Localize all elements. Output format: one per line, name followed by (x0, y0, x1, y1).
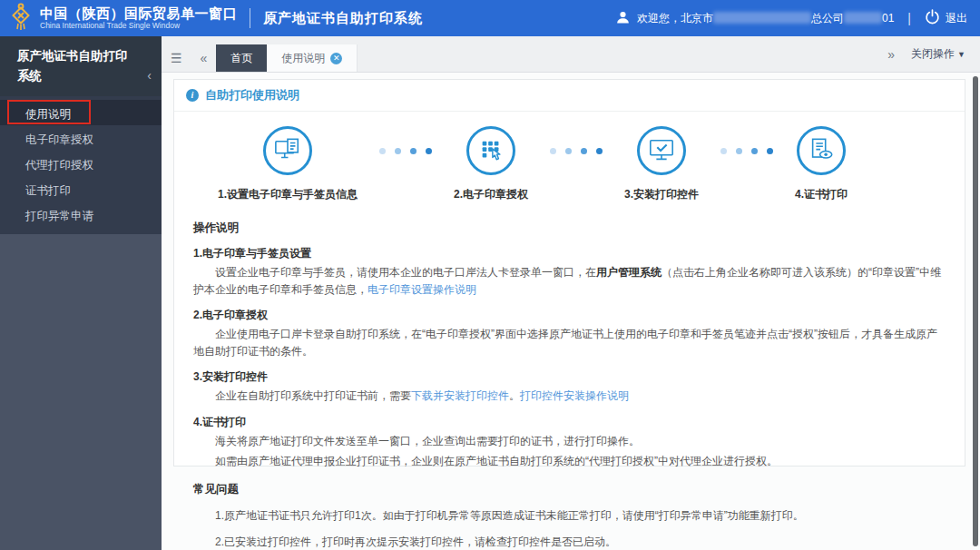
site-logo-text: 中国（陕西）国际贸易单一窗口 China International Trade… (40, 6, 237, 30)
tab-label: 使用说明 (281, 51, 325, 66)
chevron-down-icon: ▼ (957, 50, 965, 59)
sidebar-item-label: 代理打印授权 (25, 159, 93, 172)
step-1: 1.设置电子印章与手签员信息 (218, 126, 358, 202)
panel-header: i 自助打印使用说明 (174, 80, 965, 112)
sidebar-collapse-icon[interactable]: ‹ (147, 65, 152, 85)
monitor-document-icon (263, 126, 312, 175)
monitor-check-icon (637, 126, 686, 175)
step-3: 3.安装打印控件 (624, 126, 699, 202)
step-4: 4.证书打印 (795, 126, 848, 202)
faq-item-1: 1.原产地证书证书只允许打印1次。如由于打印机异常等原因造成证书未能正常打印，请… (193, 507, 945, 524)
tab-1[interactable]: 首页 (216, 44, 267, 72)
dot (736, 148, 742, 154)
sidebar-item-4[interactable]: 证书打印 (0, 176, 162, 201)
dot (720, 148, 727, 154)
dot (565, 148, 572, 154)
sidebar-item-label: 证书打印 (25, 184, 71, 197)
step-label: 2.电子印章授权 (454, 187, 528, 202)
faq-item-2: 2.已安装过打印控件，打印时再次提示安装打印控件，请检查打印控件是否已启动。 (193, 534, 945, 550)
dot (550, 148, 556, 154)
faq-title: 常见问题 (193, 482, 945, 497)
bold-text: 用户管理系统 (596, 266, 662, 279)
sidebar: 原产地证书自助打印系统 ‹ 使用说明电子印章授权代理打印授权证书打印打印异常申请 (0, 36, 162, 550)
step-label: 3.安装打印控件 (624, 187, 699, 202)
redacted-company-name (713, 12, 811, 24)
text: 企业在自助打印系统中打印证书前，需要 (215, 389, 411, 402)
sidebar-menu: 使用说明电子印章授权代理打印授权证书打印打印异常申请 (0, 96, 162, 234)
keypad-hand-icon (466, 126, 515, 175)
scroll-tabs-right-icon[interactable]: » (878, 41, 904, 68)
dot (426, 148, 432, 154)
dot (767, 148, 773, 154)
sidebar-item-label: 电子印章授权 (25, 133, 93, 146)
scroll-tabs-left-icon[interactable]: « (191, 44, 217, 72)
progress-dots (720, 126, 773, 175)
info-icon: i (186, 89, 199, 102)
text: 设置企业电子印章与手签员，请使用本企业的电子口岸法人卡登录单一窗口，在 (215, 266, 596, 279)
text: 企业使用电子口岸卡登录自助打印系统，在“电子印章授权”界面中选择原产地证书上使用… (193, 328, 937, 358)
inline-link[interactable]: 打印控件安装操作说明 (520, 389, 629, 402)
site-subtitle: China International Trade Single Window (40, 22, 237, 30)
sidebar-item-3[interactable]: 代理打印授权 (0, 151, 162, 176)
dot (379, 148, 386, 154)
step-2: 2.电子印章授权 (454, 126, 528, 202)
tab-close-icon[interactable]: ✕ (330, 53, 342, 64)
vertical-scrollbar[interactable] (973, 76, 978, 546)
dot (596, 148, 603, 154)
inline-link[interactable]: 电子印章设置操作说明 (368, 283, 476, 296)
document-eye-icon (797, 126, 846, 175)
step-label: 1.设置电子印章与手签员信息 (218, 187, 358, 202)
text: 。 (509, 389, 520, 402)
header-separator: | (907, 11, 911, 25)
panel-title: 自助打印使用说明 (205, 87, 299, 103)
section-paragraph: 如需由原产地证代理申报企业打印证书，企业则在原产地证书自助打印系统的“代理打印授… (193, 453, 945, 470)
sidebar-item-1[interactable]: 使用说明 (0, 100, 162, 125)
section-heading-2: 2.电子印章授权 (193, 308, 945, 323)
site-title: 中国（陕西）国际贸易单一窗口 (40, 6, 237, 21)
chinese-knot-logo-icon (9, 3, 33, 34)
inline-link[interactable]: 下载并安装打印控件 (411, 389, 509, 402)
sidebar-item-2[interactable]: 电子印章授权 (0, 125, 162, 151)
sidebar-item-5[interactable]: 打印异常申请 (0, 201, 162, 227)
header-divider (250, 8, 250, 28)
section-heading-4: 4.证书打印 (193, 415, 945, 430)
app-header: 中国（陕西）国际贸易单一窗口 China International Trade… (0, 0, 980, 36)
progress-dots (550, 126, 603, 175)
tab-2[interactable]: 使用说明✕ (267, 44, 358, 72)
text: 如需由原产地证代理申报企业打印证书，企业则在原产地证书自助打印系统的“代理打印授… (215, 455, 778, 467)
dot (410, 148, 416, 154)
section-paragraph: 设置企业电子印章与手签员，请使用本企业的电子口岸法人卡登录单一窗口，在用户管理系… (193, 264, 945, 298)
sidebar-item-label: 使用说明 (25, 108, 71, 121)
logout-label: 退出 (946, 11, 967, 26)
app-title: 原产地证书自助打印系统 (263, 10, 423, 27)
page-body: i 自助打印使用说明 1.设置电子印章与手签员信息 2.电子印章授权 3.安装打… (162, 73, 980, 550)
section-paragraph: 企业使用电子口岸卡登录自助打印系统，在“电子印章授权”界面中选择原产地证书上使用… (193, 326, 945, 359)
welcome-text: 欢迎您，北京市总公司01 (637, 11, 894, 26)
section-heading-3: 3.安装打印控件 (193, 369, 945, 385)
operation-title: 操作说明 (193, 221, 945, 236)
dot (395, 148, 401, 154)
menu-toggle-icon[interactable]: ☰ (162, 44, 191, 72)
steps-flow: 1.设置电子印章与手签员信息 2.电子印章授权 3.安装打印控件 4.证书打印 (174, 112, 965, 202)
user-icon (615, 10, 631, 27)
content-area: ☰ « 首页使用说明✕ » 关闭操作▼ i 自助打印使用说明 (162, 36, 980, 550)
dot (751, 148, 758, 154)
instructions-panel: i 自助打印使用说明 1.设置电子印章与手签员信息 2.电子印章授权 3.安装打… (173, 79, 965, 467)
sidebar-item-label: 打印异常申请 (25, 210, 93, 222)
tab-label: 首页 (230, 51, 252, 66)
text: 海关将原产地证打印文件发送至单一窗口，企业查询出需要打印的证书，进行打印操作。 (215, 435, 640, 447)
section-paragraph: 海关将原产地证打印文件发送至单一窗口，企业查询出需要打印的证书，进行打印操作。 (193, 433, 945, 450)
step-label: 4.证书打印 (795, 187, 848, 202)
power-icon (925, 9, 940, 27)
redacted-account (844, 12, 882, 24)
sidebar-title: 原产地证书自助打印系统 ‹ (0, 36, 162, 96)
dot (581, 148, 587, 154)
tab-bar: ☰ « 首页使用说明✕ » 关闭操作▼ (162, 36, 980, 73)
logout-button[interactable]: 退出 (925, 9, 967, 27)
instructions-text: 操作说明 1.电子印章与手签员设置设置企业电子印章与手签员，请使用本企业的电子口… (174, 202, 965, 550)
section-heading-1: 1.电子印章与手签员设置 (193, 246, 945, 261)
close-operations-dropdown[interactable]: 关闭操作▼ (904, 46, 980, 62)
section-paragraph: 企业在自助打印系统中打印证书前，需要下载并安装打印控件。打印控件安装操作说明 (193, 388, 945, 405)
progress-dots (379, 126, 432, 175)
